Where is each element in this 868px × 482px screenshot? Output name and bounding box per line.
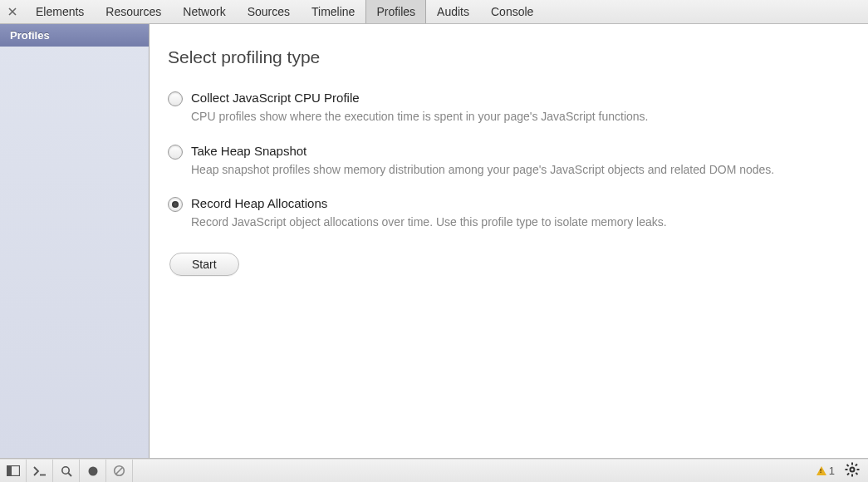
radio-heap-snapshot[interactable] [168,145,183,160]
devtools-topbar: Elements Resources Network Sources Timel… [0,0,868,24]
search-icon [61,465,72,477]
option-heap-allocations: Record Heap Allocations Record JavaScrip… [168,196,850,231]
record-button[interactable] [80,460,106,482]
option-body: Collect JavaScript CPU Profile CPU profi… [191,91,850,125]
svg-line-7 [115,467,122,474]
option-body: Record Heap Allocations Record JavaScrip… [191,196,850,231]
bottom-toolbar: 1 [0,459,868,482]
profiles-sidebar: Profiles [0,24,150,458]
settings-button[interactable] [845,462,860,480]
tab-profiles[interactable]: Profiles [365,0,426,23]
clear-icon [113,465,125,477]
console-icon [33,466,47,476]
svg-rect-14 [855,464,858,467]
svg-point-3 [61,466,68,473]
tab-elements[interactable]: Elements [25,0,95,23]
clear-button[interactable] [106,460,133,482]
close-devtools-button[interactable] [0,0,25,23]
option-title[interactable]: Collect JavaScript CPU Profile [191,91,850,105]
svg-point-5 [88,466,97,475]
devtools-tabs: Elements Resources Network Sources Timel… [25,0,544,23]
warnings-indicator[interactable]: 1 [817,465,835,477]
svg-rect-9 [851,475,853,477]
option-description: Heap snapshot profiles show memory distr… [191,162,847,179]
bottom-right-group: 1 [817,460,868,482]
radio-heap-allocations[interactable] [168,197,183,212]
svg-rect-10 [846,469,848,470]
body-area: Profiles Select profiling type Collect J… [0,24,868,459]
search-button[interactable] [53,460,80,482]
sidebar-header: Profiles [0,24,149,47]
option-description: CPU profiles show where the execution ti… [191,109,847,125]
warning-count: 1 [829,465,835,477]
radio-cpu-profile[interactable] [168,91,183,106]
svg-rect-11 [857,469,860,470]
option-body: Take Heap Snapshot Heap snapshot profile… [191,144,850,179]
option-title[interactable]: Take Heap Snapshot [191,144,850,158]
warning-icon [817,466,826,475]
gear-icon [845,462,860,477]
svg-rect-12 [846,464,850,467]
option-cpu-profile: Collect JavaScript CPU Profile CPU profi… [168,91,850,125]
console-drawer-button[interactable] [27,460,53,482]
tab-resources[interactable]: Resources [95,0,172,23]
svg-line-4 [68,473,71,476]
record-icon [87,465,99,477]
tab-timeline[interactable]: Timeline [301,0,365,23]
start-button[interactable]: Start [169,253,239,276]
svg-rect-1 [7,466,12,475]
option-heap-snapshot: Take Heap Snapshot Heap snapshot profile… [168,144,850,179]
svg-rect-8 [851,463,853,465]
tab-audits[interactable]: Audits [426,0,480,23]
page-heading: Select profiling type [168,47,850,67]
option-description: Record JavaScript object allocations ove… [191,214,847,231]
dock-button[interactable] [0,460,27,482]
bottom-left-group [0,460,133,482]
tab-network[interactable]: Network [172,0,236,23]
tab-console[interactable]: Console [480,0,544,23]
main-panel: Select profiling type Collect JavaScript… [150,24,868,458]
svg-rect-15 [846,473,850,476]
svg-rect-13 [856,472,859,475]
tab-sources[interactable]: Sources [237,0,301,23]
dock-icon [7,465,20,476]
option-title[interactable]: Record Heap Allocations [191,196,850,210]
close-icon [8,7,17,16]
